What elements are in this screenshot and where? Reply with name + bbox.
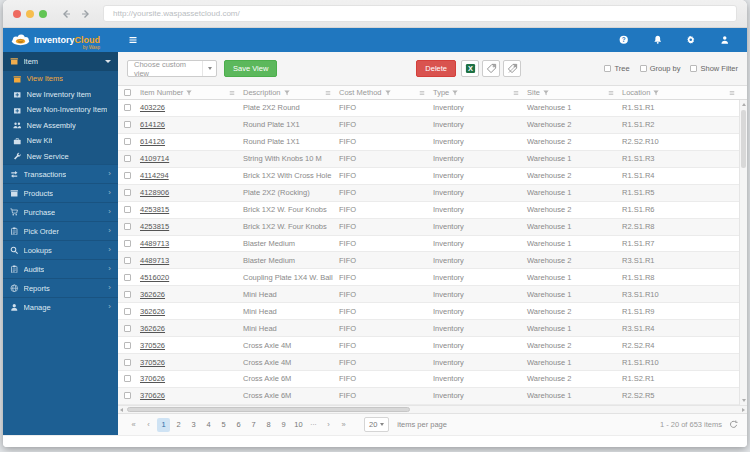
table-row[interactable]: 403226Plate 2X2 RoundFIFOInventoryWareho…	[118, 100, 739, 117]
checkbox-icon[interactable]	[604, 65, 611, 72]
row-checkbox[interactable]	[124, 257, 131, 264]
cell-item-number-link[interactable]: 4516020	[136, 273, 239, 282]
pager-page-9[interactable]: 9	[277, 418, 290, 432]
row-checkbox[interactable]	[124, 172, 131, 179]
cell-item-number-link[interactable]: 4489713	[136, 239, 239, 248]
print-labels-button[interactable]	[503, 60, 521, 77]
row-checkbox[interactable]	[124, 223, 131, 230]
cell-item-number-link[interactable]: 4489713	[136, 256, 239, 265]
filter-icon[interactable]	[284, 90, 290, 96]
pager-page-7[interactable]: 7	[247, 418, 260, 432]
scroll-down-icon[interactable]	[742, 399, 746, 402]
cell-item-number-link[interactable]: 4128906	[136, 188, 239, 197]
row-checkbox[interactable]	[124, 274, 131, 281]
sidebar-item-manage[interactable]: Manage›	[3, 297, 118, 316]
sidebar-item-new-assembly[interactable]: New Assembly	[3, 118, 118, 134]
help-icon[interactable]: ?	[619, 35, 629, 45]
sidebar-item-view-items[interactable]: View Items	[3, 71, 118, 87]
table-row[interactable]: 370626Cross Axle 6MFIFOInventoryWarehous…	[118, 371, 739, 388]
column-header-location[interactable]: Location	[618, 86, 739, 99]
column-menu-icon[interactable]	[513, 90, 519, 96]
filter-icon[interactable]	[543, 90, 549, 96]
pager-first-button[interactable]: «	[127, 418, 140, 432]
column-header-type[interactable]: Type	[429, 86, 523, 99]
delete-button[interactable]: Delete	[416, 60, 456, 77]
pager-page-1[interactable]: 1	[157, 418, 170, 432]
table-row[interactable]: 4489713Blaster MediumFIFOInventoryWareho…	[118, 236, 739, 253]
row-checkbox[interactable]	[124, 206, 131, 213]
table-row[interactable]: 362626Mini HeadFIFOInventoryWarehouse 1R…	[118, 320, 739, 337]
table-row[interactable]: 614126Round Plate 1X1FIFOInventoryWareho…	[118, 134, 739, 151]
cell-item-number-link[interactable]: 362626	[136, 324, 239, 333]
row-checkbox[interactable]	[124, 375, 131, 382]
toggle-show-filter[interactable]: Show Filter	[690, 64, 738, 73]
filter-icon[interactable]	[385, 90, 391, 96]
sidebar-item-products[interactable]: Products›	[3, 183, 118, 202]
sidebar-item-new-kit[interactable]: New Kit	[3, 133, 118, 149]
toggle-tree[interactable]: Tree	[604, 64, 629, 73]
pager-last-button[interactable]: »	[337, 418, 350, 432]
grid-horizontal-scrollbar[interactable]	[118, 405, 747, 413]
column-menu-icon[interactable]	[229, 90, 235, 96]
notifications-bell-icon[interactable]	[653, 35, 663, 45]
pager-page-3[interactable]: 3	[187, 418, 200, 432]
row-checkbox[interactable]	[124, 342, 131, 349]
sidebar-item-audits[interactable]: Audits›	[3, 259, 118, 278]
toggle-group-by[interactable]: Group by	[640, 64, 681, 73]
column-header-cost-method[interactable]: Cost Method	[335, 86, 429, 99]
table-row[interactable]: 4109714String With Knobs 10 MFIFOInvento…	[118, 151, 739, 168]
sidebar-item-purchase[interactable]: Purchase›	[3, 202, 118, 221]
column-menu-icon[interactable]	[419, 90, 425, 96]
row-checkbox[interactable]	[124, 121, 131, 128]
column-header-site[interactable]: Site	[523, 86, 618, 99]
table-row[interactable]: 4253815Brick 1X2 W. Four KnobsFIFOInvent…	[118, 202, 739, 219]
menu-toggle-icon[interactable]	[128, 35, 138, 45]
table-row[interactable]: 362626Mini HeadFIFOInventoryWarehouse 1R…	[118, 286, 739, 303]
row-checkbox[interactable]	[124, 291, 131, 298]
row-checkbox[interactable]	[124, 308, 131, 315]
column-menu-icon[interactable]	[608, 90, 614, 96]
column-header-item-number[interactable]: Item Number	[136, 86, 239, 99]
row-checkbox[interactable]	[124, 240, 131, 247]
save-view-button[interactable]: Save View	[224, 60, 277, 77]
filter-icon[interactable]	[653, 90, 659, 96]
row-checkbox[interactable]	[124, 138, 131, 145]
cell-item-number-link[interactable]: 4109714	[136, 154, 239, 163]
cell-item-number-link[interactable]: 4253815	[136, 222, 239, 231]
sidebar-item-new-non-inventory-item[interactable]: New Non-Inventory Item	[3, 102, 118, 118]
checkbox-icon[interactable]	[640, 65, 647, 72]
pager-prev-button[interactable]: ‹	[142, 418, 155, 432]
back-icon[interactable]	[59, 7, 72, 20]
checkbox-icon[interactable]	[690, 65, 697, 72]
maximize-window-button[interactable]	[39, 10, 47, 18]
scroll-left-icon[interactable]	[120, 408, 123, 412]
custom-view-select[interactable]: Choose custom view	[127, 60, 217, 77]
cell-item-number-link[interactable]: 4114294	[136, 171, 239, 180]
sidebar-item-reports[interactable]: Reports›	[3, 278, 118, 297]
cell-item-number-link[interactable]: 370626	[136, 391, 239, 400]
chevron-down-icon[interactable]	[202, 61, 216, 76]
table-row[interactable]: 614126Round Plate 1X1FIFOInventoryWareho…	[118, 117, 739, 134]
forward-icon[interactable]	[79, 7, 92, 20]
scroll-up-icon[interactable]	[742, 103, 746, 106]
pager-page-10[interactable]: 10	[292, 418, 305, 432]
sidebar-item-new-inventory-item[interactable]: New Inventory Item	[3, 87, 118, 103]
cell-item-number-link[interactable]: 614126	[136, 120, 239, 129]
table-row[interactable]: 4114294Brick 1X2 With Cross HoleFIFOInve…	[118, 168, 739, 185]
minimize-window-button[interactable]	[26, 10, 34, 18]
cell-item-number-link[interactable]: 614126	[136, 137, 239, 146]
grid-vertical-scrollbar[interactable]	[739, 100, 747, 405]
close-window-button[interactable]	[13, 10, 21, 18]
vertical-scroll-thumb[interactable]	[741, 110, 746, 168]
cell-item-number-link[interactable]: 4253815	[136, 205, 239, 214]
sidebar-item-transactions[interactable]: Transactions›	[3, 164, 118, 183]
sidebar-item-lookups[interactable]: Lookups›	[3, 240, 118, 259]
row-checkbox[interactable]	[124, 359, 131, 366]
pager-page-8[interactable]: 8	[262, 418, 275, 432]
table-row[interactable]: 370626Cross Axle 6MFIFOInventoryWarehous…	[118, 388, 739, 405]
row-checkbox[interactable]	[124, 104, 131, 111]
table-row[interactable]: 370526Cross Axle 4MFIFOInventoryWarehous…	[118, 337, 739, 354]
column-header-description[interactable]: Description	[239, 86, 335, 99]
export-excel-button[interactable]: X	[461, 60, 479, 77]
column-menu-icon[interactable]	[325, 90, 331, 96]
